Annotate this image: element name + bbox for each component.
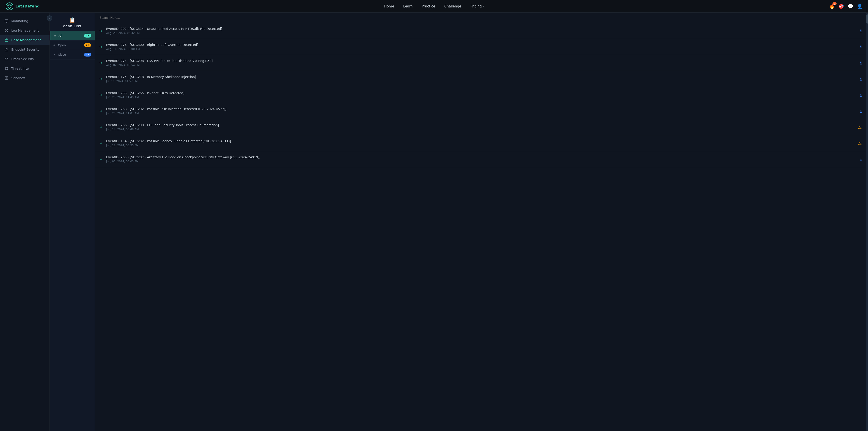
svg-point-1 bbox=[8, 5, 9, 6]
case-arrow-icon: ↪ bbox=[99, 109, 102, 113]
case-date: Jun, 28, 2024, 11:45 AM bbox=[106, 96, 860, 99]
sidebar: ‹ Monitoring Log Management bbox=[0, 13, 50, 431]
sidebar-item-case-management[interactable]: Case Management bbox=[0, 35, 50, 45]
case-date: Jul, 19, 2024, 01:57 PM bbox=[106, 80, 860, 83]
case-arrow-icon: ↪ bbox=[99, 61, 102, 65]
filter-all-count: 75 bbox=[84, 34, 91, 37]
svg-rect-15 bbox=[6, 49, 7, 50]
case-date: Jun, 28, 2024, 11:07 AM bbox=[106, 112, 860, 115]
streak-count: 2 bbox=[833, 2, 837, 5]
email-security-label: Email Security bbox=[11, 57, 34, 61]
endpoint-security-label: Endpoint Security bbox=[11, 48, 39, 51]
case-title: EventID: 292 - [SOC314 - Unauthorized Ac… bbox=[106, 27, 860, 31]
main-layout: ‹ Monitoring Log Management bbox=[0, 13, 868, 431]
svg-point-18 bbox=[6, 68, 7, 69]
case-info: EventID: 263 - [SOC287 - Arbitrary File … bbox=[106, 155, 860, 163]
threat-intel-label: Threat Intel bbox=[11, 67, 30, 70]
case-date: Jun, 07, 2024, 03:03 PM bbox=[106, 160, 860, 163]
threat-intel-icon bbox=[4, 66, 8, 70]
top-navigation: LetsDefend Home Learn Practice Challenge… bbox=[0, 0, 868, 13]
svg-rect-10 bbox=[5, 39, 8, 41]
bell-icon: 🎯 bbox=[838, 4, 844, 9]
nav-learn[interactable]: Learn bbox=[403, 4, 413, 8]
case-list-item[interactable]: ↪ EventID: 276 - [SOC300 - Right-to-Left… bbox=[95, 39, 866, 55]
sidebar-item-endpoint-security[interactable]: Endpoint Security bbox=[0, 45, 50, 54]
check-icon: ✓ bbox=[53, 53, 56, 56]
status-medium-icon: ℹ bbox=[860, 93, 862, 97]
case-list-item[interactable]: ↪ EventID: 263 - [SOC287 - Arbitrary Fil… bbox=[95, 151, 866, 167]
case-list-item[interactable]: ↪ EventID: 274 - [SOC298 - LSA PPL Prote… bbox=[95, 55, 866, 71]
svg-point-2 bbox=[10, 5, 11, 6]
status-medium-icon: ℹ bbox=[860, 76, 862, 82]
case-title: EventID: 194 - [SOC232 - Possible Looney… bbox=[106, 139, 858, 143]
sidebar-item-email-security[interactable]: Email Security bbox=[0, 54, 50, 64]
scrollbar-track[interactable] bbox=[866, 13, 868, 431]
case-arrow-icon: ↪ bbox=[99, 141, 102, 145]
monitoring-icon bbox=[4, 19, 8, 23]
status-high-icon: ⚠ bbox=[858, 125, 862, 130]
case-info: EventID: 292 - [SOC314 - Unauthorized Ac… bbox=[106, 27, 860, 35]
sidebar-toggle[interactable]: ‹ bbox=[47, 16, 52, 21]
scrollbar-thumb[interactable] bbox=[866, 14, 868, 24]
case-list-item[interactable]: ↪ EventID: 268 - [SOC292 - Possible PHP … bbox=[95, 103, 866, 119]
case-info: EventID: 175 - [SOC218 - In-Memory Shell… bbox=[106, 75, 860, 83]
case-date: Aug, 16, 2024, 10:00 AM bbox=[106, 48, 860, 51]
nav-home[interactable]: Home bbox=[384, 4, 394, 8]
case-arrow-icon: ↪ bbox=[99, 29, 102, 33]
case-date: Aug, 02, 2024, 03:54 PM bbox=[106, 64, 860, 67]
case-list-header: 📋 Case List bbox=[50, 13, 95, 31]
case-list-item[interactable]: ↪ EventID: 292 - [SOC314 - Unauthorized … bbox=[95, 23, 866, 39]
case-arrow-icon: ↪ bbox=[99, 93, 102, 97]
nav-practice[interactable]: Practice bbox=[422, 4, 435, 8]
status-medium-icon: ℹ bbox=[860, 157, 862, 162]
case-list-item[interactable]: ↪ EventID: 233 - [SOC265 - Pikabot IOC's… bbox=[95, 87, 866, 103]
case-list-panel: 📋 Case List ≡ All 75 ✏ Open 28 ✓ Close 4… bbox=[50, 13, 95, 431]
status-medium-icon: ℹ bbox=[860, 29, 862, 33]
case-arrow-icon: ↪ bbox=[99, 157, 102, 161]
case-list-item[interactable]: ↪ EventID: 194 - [SOC232 - Possible Loon… bbox=[95, 135, 866, 151]
sidebar-item-monitoring[interactable]: Monitoring bbox=[0, 16, 50, 26]
svg-rect-24 bbox=[6, 77, 7, 79]
sandbox-icon bbox=[4, 76, 8, 80]
edit-icon: ✏ bbox=[53, 44, 56, 47]
nav-right-actions: 🔥 2 🎯 💬 👤 bbox=[822, 4, 863, 9]
case-info: EventID: 276 - [SOC300 - Right-to-Left O… bbox=[106, 43, 860, 51]
case-arrow-icon: ↪ bbox=[99, 125, 102, 129]
case-title: EventID: 276 - [SOC300 - Right-to-Left O… bbox=[106, 43, 860, 47]
sidebar-item-threat-intel[interactable]: Threat Intel bbox=[0, 64, 50, 73]
case-list-item[interactable]: ↪ EventID: 175 - [SOC218 - In-Memory She… bbox=[95, 71, 866, 87]
nav-pricing[interactable]: Pricing ▾ bbox=[470, 4, 484, 8]
chevron-down-icon: ▾ bbox=[483, 5, 484, 8]
case-title: EventID: 268 - [SOC292 - Possible PHP In… bbox=[106, 107, 860, 111]
case-list-item[interactable]: ↪ EventID: 266 - [SOC290 - EDR and Secur… bbox=[95, 119, 866, 135]
search-input[interactable] bbox=[99, 16, 862, 20]
filter-close[interactable]: ✓ Close 47 bbox=[50, 50, 95, 59]
case-title: EventID: 263 - [SOC287 - Arbitrary File … bbox=[106, 155, 860, 159]
endpoint-security-icon bbox=[4, 48, 8, 52]
case-title: EventID: 274 - [SOC298 - LSA PPL Protect… bbox=[106, 59, 860, 63]
user-icon: 👤 bbox=[857, 4, 863, 9]
case-title: EventID: 175 - [SOC218 - In-Memory Shell… bbox=[106, 75, 860, 79]
filter-all-label: All bbox=[59, 34, 62, 37]
main-content: ↪ EventID: 292 - [SOC314 - Unauthorized … bbox=[95, 13, 866, 431]
search-bar bbox=[95, 13, 866, 23]
case-info: EventID: 274 - [SOC298 - LSA PPL Protect… bbox=[106, 59, 860, 67]
help-button[interactable]: 💬 bbox=[848, 4, 853, 9]
sandbox-label: Sandbox bbox=[11, 76, 25, 80]
status-medium-icon: ℹ bbox=[860, 109, 862, 114]
case-info: EventID: 268 - [SOC292 - Possible PHP In… bbox=[106, 107, 860, 115]
filter-open[interactable]: ✏ Open 28 bbox=[50, 40, 95, 50]
filter-all[interactable]: ≡ All 75 bbox=[50, 31, 95, 40]
svg-point-0 bbox=[6, 3, 13, 10]
case-list-icon: 📋 bbox=[69, 17, 75, 23]
case-title: EventID: 233 - [SOC265 - Pikabot IOC's D… bbox=[106, 91, 860, 95]
logo-area[interactable]: LetsDefend bbox=[5, 2, 46, 10]
nav-challenge[interactable]: Challenge bbox=[444, 4, 461, 8]
notifications-button[interactable]: 🎯 bbox=[838, 4, 844, 9]
streak-button[interactable]: 🔥 2 bbox=[829, 4, 835, 9]
user-profile-button[interactable]: 👤 bbox=[857, 4, 863, 9]
case-info: EventID: 194 - [SOC232 - Possible Looney… bbox=[106, 139, 858, 147]
sidebar-item-sandbox[interactable]: Sandbox bbox=[0, 73, 50, 83]
sidebar-item-log-management[interactable]: Log Management bbox=[0, 26, 50, 35]
monitoring-label: Monitoring bbox=[11, 19, 28, 23]
